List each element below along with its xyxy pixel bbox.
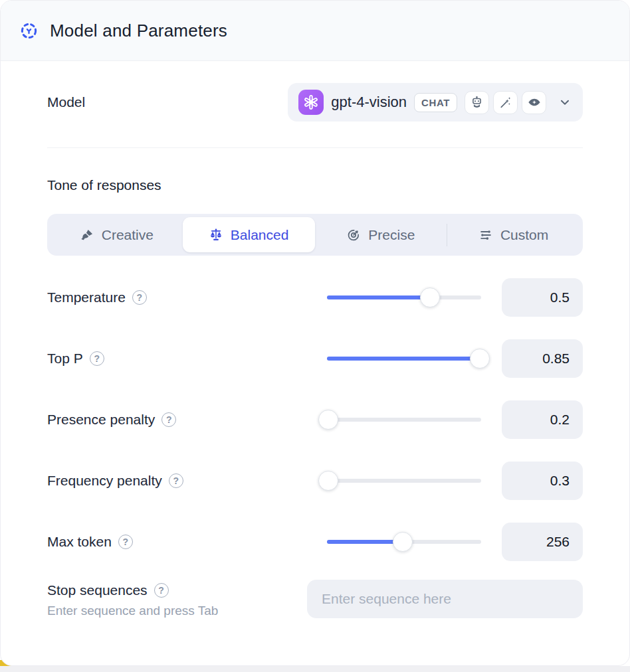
help-icon[interactable]: ? — [161, 412, 176, 427]
chevron-down-icon — [558, 95, 572, 110]
tone-option-creative[interactable]: Creative — [51, 217, 183, 252]
frequency-penalty-row: Frequency penalty ? 0.3 — [47, 462, 583, 500]
help-icon[interactable]: ? — [169, 473, 183, 488]
slider-track — [327, 479, 481, 483]
frequency-penalty-slider[interactable] — [327, 470, 481, 491]
page-background-strip — [0, 666, 630, 672]
vision-icon — [522, 91, 546, 114]
help-icon[interactable]: ? — [118, 535, 133, 549]
panel-header: Model and Parameters — [1, 1, 629, 61]
tone-option-label: Custom — [500, 227, 548, 243]
model-type-badge: CHAT — [414, 93, 457, 112]
slider-fill — [327, 540, 403, 544]
slider-thumb[interactable] — [470, 349, 490, 369]
temperature-value[interactable]: 0.5 — [502, 278, 583, 317]
panel-title: Model and Parameters — [50, 21, 227, 41]
max-token-label: Max token — [47, 534, 112, 550]
slider-thumb[interactable] — [420, 288, 440, 307]
slider-thumb[interactable] — [393, 532, 413, 552]
stop-sequences-label: Stop sequences — [47, 582, 148, 598]
stop-sequence-input[interactable] — [307, 580, 583, 618]
slider-thumb[interactable] — [318, 410, 338, 430]
tone-option-label: Balanced — [231, 227, 289, 243]
tone-option-label: Creative — [102, 227, 154, 243]
temperature-row: Temperature ? 0.5 — [47, 278, 583, 317]
top-p-label: Top P — [47, 351, 83, 367]
tone-option-balanced[interactable]: Balanced — [183, 217, 315, 252]
stop-sequences-row: Stop sequences ? Enter sequence and pres… — [47, 580, 583, 618]
slider-fill — [327, 295, 430, 299]
temperature-slider[interactable] — [327, 287, 481, 308]
max-token-row: Max token ? 256 — [47, 523, 583, 561]
model-row: Model gpt-4-vision CH — [47, 83, 583, 122]
tone-option-custom[interactable]: Custom — [447, 217, 579, 252]
assistant-icon — [465, 91, 489, 114]
model-parameters-panel: Model and Parameters Model — [0, 0, 630, 666]
paintbrush-icon — [80, 228, 94, 242]
model-parameters-icon — [19, 21, 38, 40]
presence-penalty-slider[interactable] — [327, 409, 481, 430]
temperature-label: Temperature — [47, 290, 126, 305]
model-label: Model — [47, 94, 85, 110]
sliders-icon — [478, 228, 493, 242]
slider-thumb[interactable] — [318, 471, 338, 491]
top-p-slider[interactable] — [327, 348, 481, 369]
balance-scale-icon — [209, 228, 223, 242]
frequency-penalty-value[interactable]: 0.3 — [502, 462, 583, 500]
target-icon — [346, 228, 361, 242]
openai-logo-icon — [298, 90, 324, 115]
tone-section-heading: Tone of responses — [47, 177, 583, 193]
slider-track — [327, 418, 481, 422]
stop-sequences-hint: Enter sequence and press Tab — [47, 604, 307, 618]
max-token-value[interactable]: 256 — [502, 523, 583, 561]
tone-segmented-control: Creative — [47, 214, 583, 256]
tone-option-label: Precise — [368, 227, 415, 243]
presence-penalty-label: Presence penalty — [47, 412, 155, 428]
presence-penalty-value[interactable]: 0.2 — [502, 400, 583, 439]
divider — [47, 147, 583, 148]
help-icon[interactable]: ? — [90, 351, 104, 366]
max-token-slider[interactable] — [327, 531, 481, 552]
tone-option-precise[interactable]: Precise — [315, 217, 447, 252]
model-select-dropdown[interactable]: gpt-4-vision CHAT — [288, 83, 583, 122]
selected-model-name: gpt-4-vision — [331, 94, 407, 111]
magic-wand-icon — [493, 91, 518, 114]
slider-fill — [327, 357, 480, 361]
help-icon[interactable]: ? — [132, 290, 147, 305]
frequency-penalty-label: Frequency penalty — [47, 473, 162, 489]
top-p-value[interactable]: 0.85 — [502, 339, 583, 378]
top-p-row: Top P ? 0.85 — [47, 339, 583, 378]
presence-penalty-row: Presence penalty ? 0.2 — [47, 400, 583, 439]
help-icon[interactable]: ? — [154, 583, 169, 598]
